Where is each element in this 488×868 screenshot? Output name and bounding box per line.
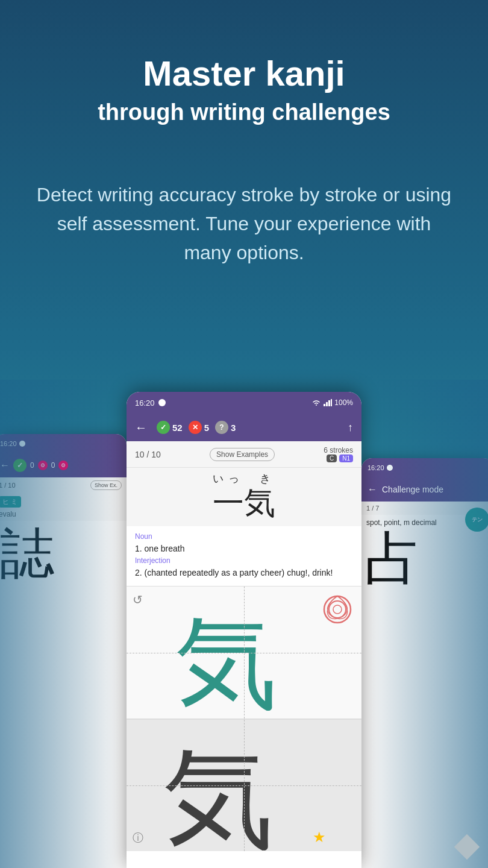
- right-status-bar: 16:20: [361, 458, 488, 477]
- definition-area: Noun 1. one breath Interjection 2. (chan…: [127, 526, 361, 586]
- left-status-bar: 16:20: [0, 434, 127, 453]
- phone-right: 16:20 ← Challenge mode 1 / 7 テン spot, po…: [361, 458, 488, 868]
- header-section: Master kanji through writing challenges: [0, 0, 488, 150]
- left-kanji-area: ヒ ミ evalu: [0, 493, 127, 521]
- badge-c: C: [327, 454, 337, 462]
- left-icon-2: ⚙: [58, 461, 68, 470]
- drawing-area-bottom[interactable]: 気 ★ ⓘ: [127, 719, 361, 851]
- svg-point-5: [329, 601, 346, 618]
- status-time: 16:20: [135, 398, 155, 407]
- center-score-bar: ← ✓ 52 ✕ 5 ? 3 ↑: [127, 414, 361, 441]
- hint-spiral-icon: [319, 591, 355, 627]
- teal-badge-text: テン: [472, 517, 483, 523]
- left-score-0: 0: [30, 461, 34, 470]
- card-info-bar: 10 / 10 Show Examples 6 strokes C N1: [127, 441, 361, 468]
- center-status-bar: 16:20 100%: [127, 392, 361, 414]
- right-status-left: 16:20: [368, 464, 393, 471]
- show-examples-button[interactable]: Show Examples: [210, 448, 275, 461]
- score-item-red: ✕ 5: [189, 421, 209, 434]
- status-dot: [158, 399, 166, 406]
- right-def-text: spot, point, m decimal: [366, 518, 437, 527]
- kanji-reading: いっ き: [135, 471, 353, 486]
- filter-icon[interactable]: ↑: [348, 421, 353, 434]
- description-text: Detect writing accuracy stroke by stroke…: [0, 150, 488, 285]
- grid-v-center: [244, 587, 245, 719]
- main-title: Master kanji: [36, 54, 452, 93]
- badge-n1: N1: [339, 454, 353, 462]
- left-icon-1: ⚙: [38, 461, 48, 470]
- signal-icon: [324, 399, 332, 406]
- left-green-circle: ✓: [13, 459, 27, 472]
- svg-rect-0: [324, 404, 325, 406]
- right-status-time: 16:20: [368, 464, 384, 471]
- info-icon[interactable]: ⓘ: [133, 831, 143, 845]
- sub-title: through writing challenges: [36, 99, 452, 127]
- pos-noun-label: Noun: [135, 532, 353, 541]
- gray-q-circle: ?: [215, 421, 228, 434]
- left-big-kanji: 誌: [0, 521, 127, 587]
- wifi-icon: [311, 399, 321, 406]
- right-big-kanji: 占: [361, 530, 488, 588]
- right-score-bar: ← Challenge mode: [361, 477, 488, 502]
- left-eval-text: evalu: [0, 510, 122, 518]
- left-card-bar: 1 / 10 Show Ex.: [0, 477, 127, 493]
- status-right: 100%: [311, 398, 353, 407]
- kanji-display: いっ き 一気: [127, 468, 361, 526]
- left-score-1: 0: [51, 461, 55, 470]
- left-status-time: 16:20: [0, 440, 17, 447]
- card-position: 10 / 10: [135, 450, 161, 459]
- left-card-position: 1 / 10: [0, 482, 16, 489]
- bottom-icons: ⓘ: [133, 831, 355, 845]
- pos-interjection-label: Interjection: [135, 556, 353, 565]
- left-back-arrow[interactable]: ←: [0, 460, 10, 471]
- green-check-circle: ✓: [157, 421, 170, 434]
- left-show-examples[interactable]: Show Ex.: [90, 480, 122, 490]
- svg-rect-3: [331, 399, 332, 406]
- left-status-dot: [19, 441, 25, 447]
- status-left: 16:20: [135, 398, 166, 407]
- drawing-area-top[interactable]: ↺ 気: [127, 586, 361, 719]
- right-card-position: 1 / 7: [366, 505, 379, 512]
- score-red-num: 5: [204, 423, 209, 433]
- phone-center: 16:20 100%: [127, 392, 361, 868]
- score-item-green: ✓ 52: [157, 421, 183, 434]
- score-item-gray: ? 3: [215, 421, 236, 434]
- svg-point-6: [333, 605, 342, 614]
- battery-text: 100%: [334, 398, 353, 407]
- phones-container: 16:20 ← ✓ 0 ⚙ 0 ⚙ 1 / 10 Show Ex. ヒ ミ ev…: [0, 374, 488, 868]
- tag-badges: C N1: [324, 454, 353, 462]
- red-x-circle: ✕: [189, 421, 202, 434]
- left-hiragana-tag: ヒ ミ: [0, 496, 21, 508]
- back-button[interactable]: ←: [135, 421, 147, 435]
- score-green-num: 52: [172, 423, 183, 433]
- left-score-bar: ← ✓ 0 ⚙ 0 ⚙: [0, 453, 127, 477]
- def-1: 1. one breath: [135, 543, 353, 555]
- strokes-count: 6 strokes: [324, 446, 353, 454]
- svg-rect-2: [328, 400, 330, 406]
- def-2: 2. (chanted repeatedly as a party cheer)…: [135, 567, 353, 579]
- right-status-dot: [387, 465, 393, 471]
- right-back-arrow[interactable]: ←: [368, 484, 377, 495]
- phone-left: 16:20 ← ✓ 0 ⚙ 0 ⚙ 1 / 10 Show Ex. ヒ ミ ev…: [0, 434, 127, 868]
- kanji-character: 一気: [135, 486, 353, 520]
- right-teal-badge: テン: [465, 508, 488, 532]
- right-bar-title: Challenge mode: [382, 485, 443, 494]
- score-gray-num: 3: [231, 423, 236, 433]
- strokes-section: 6 strokes C N1: [324, 446, 353, 462]
- svg-rect-1: [326, 402, 328, 406]
- refresh-icon[interactable]: ↺: [133, 593, 143, 607]
